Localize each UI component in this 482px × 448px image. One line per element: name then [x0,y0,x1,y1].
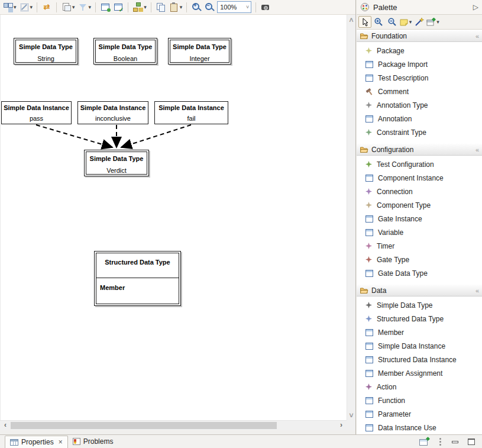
palette-item-test-description[interactable]: Test Description [357,71,482,85]
dropdown-caret-icon: ▾ [89,2,92,12]
palette-item-constraint-type[interactable]: Constraint Type [357,125,482,139]
palette-item-member-assignment[interactable]: Member Assignment [357,366,482,380]
pin-open-icon[interactable]: « [475,146,479,153]
toolbar-separator [56,2,57,12]
section-items-foundation: PackagePackage ImportTest DescriptionCom… [357,42,482,143]
dependency-edge-pass-to-verdict[interactable] [36,125,112,147]
palette-collapse-icon[interactable]: ▷ [473,3,478,11]
paste-button[interactable]: ▾ [167,1,184,14]
zoom-in-tool[interactable] [372,16,385,28]
arrange-shapes-button[interactable]: ▾ [1,1,18,14]
filter-button[interactable]: ▾ [76,1,93,14]
scroll-right-icon[interactable]: › [337,421,345,430]
restore-view-icon[interactable] [419,437,429,446]
dependency-edge-fail-to-verdict[interactable] [121,125,191,147]
note-attachment-tool[interactable] [413,16,426,28]
palette-item-structured-data-type[interactable]: Structured Data Type [357,312,482,325]
cursor-arrow-icon [361,18,369,27]
node-border: Simple Data TypeBoolean [95,40,156,63]
palette-header[interactable]: Palette ▷ [357,0,482,15]
sync-button[interactable]: ⇄ [40,1,53,14]
palette-item-gate-type[interactable]: Gate Type [357,253,482,266]
palette-item-connection[interactable]: Connection [357,185,482,198]
scroll-left-icon[interactable]: ‹ [1,421,9,430]
node-value: Integer [170,55,229,62]
node-inconclusive[interactable]: Simple Data Instanceinconclusive [77,101,148,124]
palette-item-variable[interactable]: Variable [357,225,482,239]
section-header-foundation[interactable]: Foundation « [357,30,482,42]
node-fail[interactable]: Simple Data Instancefail [154,101,228,124]
palette-item-data-instance-use[interactable]: Data Instance Use [357,421,482,434]
toolbar-separator [255,2,256,12]
copy-appearance-button[interactable]: ▾ [60,1,76,14]
palette-item-package[interactable]: Package [357,44,482,57]
tab-problems[interactable]: Problems [68,436,118,448]
view-menu-icon[interactable] [439,437,442,446]
tab-properties[interactable]: Properties × [5,436,68,448]
palette-item-member[interactable]: Member [357,325,482,339]
canvas-horizontal-scrollbar[interactable]: ‹ › [0,420,347,430]
palette-item-timer[interactable]: Timer [357,239,482,253]
palette-item-annotation-type[interactable]: Annotation Type [357,98,482,112]
palette-item-package-import[interactable]: Package Import [357,57,482,71]
palette-item-label: Simple Data Instance [378,342,445,350]
minimize-icon[interactable] [452,439,458,445]
maximize-icon[interactable] [468,439,475,445]
palette-item-label: Connection [377,188,413,196]
section-header-configuration[interactable]: Configuration « [357,143,482,156]
pin-open-icon[interactable]: « [475,33,479,40]
node-string[interactable]: Simple Data TypeString [14,38,78,65]
zoom-out-tool[interactable] [386,16,399,28]
palette-item-label: Package Import [378,60,428,69]
pin-tool[interactable]: ▾ [426,16,439,28]
node-pass[interactable]: Simple Data Instancepass [1,101,72,124]
zoom-in-button[interactable]: + [190,1,203,14]
section-header-data[interactable]: Data « [357,284,482,296]
node-integer[interactable]: Simple Data TypeInteger [168,38,231,65]
palette-item-component-type[interactable]: Component Type [357,198,482,212]
layout-hierarchy-button[interactable]: ▾ [131,1,148,14]
show-compartment-icon [100,2,111,12]
dropdown-caret-icon: ▾ [144,2,147,12]
note-icon [400,18,409,26]
palette-item-function[interactable]: Function [357,394,482,407]
member-assignment-icon [365,370,373,377]
scroll-up-icon[interactable]: ˄ [347,16,355,25]
show-compartment-button[interactable] [99,1,112,14]
palette-item-gate-data-type[interactable]: Gate Data Type [357,266,482,280]
snapshot-button[interactable] [259,1,272,14]
palette-item-simple-data-instance[interactable]: Simple Data Instance [357,339,482,353]
palette-item-comment[interactable]: Comment [357,85,482,98]
palette-item-action[interactable]: Action [357,380,482,394]
validate-button[interactable] [112,1,125,14]
close-icon[interactable]: × [59,438,63,446]
dropdown-caret-icon: ▾ [72,2,75,12]
select-marquee-button[interactable]: ▾ [18,1,34,14]
palette-item-gate-instance[interactable]: Gate Instance [357,212,482,225]
palette-item-label: Parameter [378,410,411,418]
node-structured[interactable]: Structured Data TypeMember [94,251,181,306]
note-tool[interactable]: ▾ [399,16,412,28]
diagram-canvas[interactable]: Simple Data TypeStringSimple Data TypeBo… [0,15,347,420]
annotation-type-icon [365,102,372,108]
zoom-out-icon: − [204,2,215,12]
palette-item-test-configuration[interactable]: Test Configuration [357,157,482,171]
simple-data-type-icon [365,302,372,308]
scroll-down-icon[interactable]: ˅ [347,411,355,420]
canvas-vertical-scrollbar[interactable]: ˄ ˅ [347,15,355,420]
palette-item-simple-data-type[interactable]: Simple Data Type [357,298,482,312]
zoom-level-combo[interactable]: 100%˅ [217,1,251,13]
palette-item-parameter[interactable]: Parameter [357,407,482,421]
copy-button[interactable] [154,1,167,14]
palette-item-structured-data-instance[interactable]: Structured Data Instance [357,353,482,366]
zoom-out-button[interactable]: − [203,1,216,14]
node-verdict[interactable]: Simple Data TypeVerdict [84,150,149,176]
palette-item-annotation[interactable]: Annotation [357,112,482,125]
selection-tool[interactable] [358,16,371,28]
pin-open-icon[interactable]: « [475,287,479,294]
node-boolean[interactable]: Simple Data TypeBoolean [93,38,157,65]
palette-item-component-instance[interactable]: Component Instance [357,171,482,185]
scrollbar-thumb[interactable] [11,422,277,429]
node-value: inconclusive [78,115,148,122]
dropdown-caret-icon: ▾ [409,17,412,27]
